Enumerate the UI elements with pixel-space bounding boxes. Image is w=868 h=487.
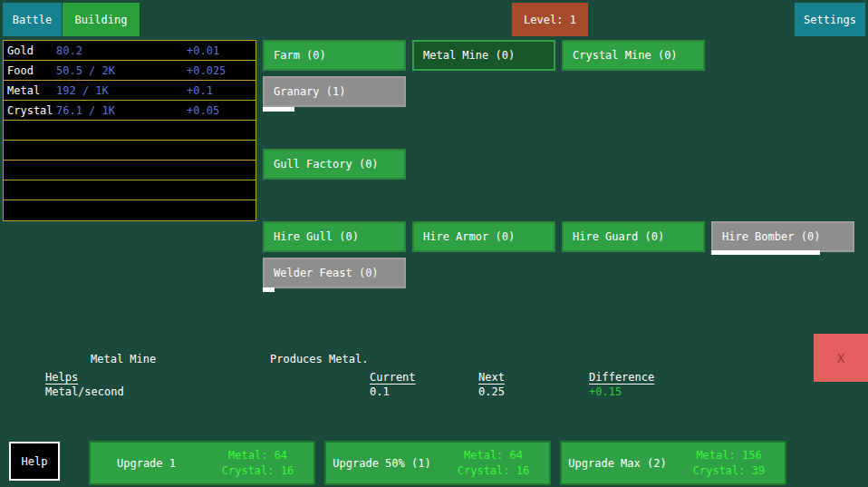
tab-battle[interactable]: Battle bbox=[3, 3, 62, 36]
cost-crystal: Crystal: 16 bbox=[222, 463, 294, 479]
info-row-current: 0.1 bbox=[370, 385, 390, 398]
hire-button-label: Welder Feast (0) bbox=[274, 267, 379, 279]
hire-bomber-button[interactable]: Hire Bomber (0) bbox=[711, 221, 854, 252]
upgrade-button-costs: Metal: 156 Crystal: 39 bbox=[673, 448, 785, 479]
welder-feast-progress-bar bbox=[263, 287, 406, 292]
resource-delta: +0.025 bbox=[187, 64, 256, 77]
hire-bomber-progress-bar bbox=[711, 250, 854, 255]
resource-row-empty bbox=[4, 200, 256, 220]
settings-button[interactable]: Settings bbox=[795, 3, 865, 36]
resource-name: Food bbox=[4, 64, 56, 77]
info-row-next: 0.25 bbox=[478, 385, 505, 398]
resource-value: 80.2 bbox=[56, 44, 187, 57]
cost-metal: Metal: 64 bbox=[228, 448, 287, 463]
welder-feast-button[interactable]: Welder Feast (0) bbox=[263, 258, 406, 288]
granary-progress-bar bbox=[263, 107, 406, 112]
resource-delta: +0.05 bbox=[187, 104, 256, 117]
upgrade-button-label: Upgrade 50% (1) bbox=[326, 457, 438, 470]
resource-value: 76.1 / 1K bbox=[56, 104, 187, 117]
resource-row-food: Food 50.5 / 2K +0.025 bbox=[4, 61, 256, 81]
resource-name: Crystal bbox=[4, 104, 56, 117]
info-column-current: Current bbox=[370, 371, 416, 384]
building-button-label: Gull Factory (0) bbox=[274, 158, 379, 170]
building-button-label: Crystal Mine (0) bbox=[573, 49, 678, 62]
level-indicator: Level: 1 bbox=[512, 3, 588, 36]
resource-row-metal: Metal 192 / 1K +0.1 bbox=[4, 81, 256, 101]
resource-table: Gold 80.2 +0.01 Food 50.5 / 2K +0.025 Me… bbox=[3, 40, 256, 221]
resource-row-crystal: Crystal 76.1 / 1K +0.05 bbox=[4, 101, 256, 121]
building-button-label: Farm (0) bbox=[274, 49, 326, 62]
resource-row-empty bbox=[4, 161, 256, 180]
tab-building[interactable]: Building bbox=[63, 3, 140, 36]
upgrade-50-percent-button[interactable]: Upgrade 50% (1) Metal: 64 Crystal: 16 bbox=[324, 441, 551, 485]
resource-row-empty bbox=[4, 180, 256, 200]
building-button-label: Granary (1) bbox=[274, 85, 345, 98]
resource-row-gold: Gold 80.2 +0.01 bbox=[4, 41, 256, 61]
info-column-difference: Difference bbox=[589, 371, 654, 384]
building-button-metal-mine[interactable]: Metal Mine (0) bbox=[412, 40, 555, 71]
upgrade-max-button[interactable]: Upgrade Max (2) Metal: 156 Crystal: 39 bbox=[560, 441, 786, 485]
info-column-next: Next bbox=[478, 371, 505, 384]
hire-button-label: Hire Guard (0) bbox=[573, 230, 664, 243]
progress-fill bbox=[263, 107, 294, 112]
hire-armor-button[interactable]: Hire Armor (0) bbox=[412, 221, 555, 252]
resource-row-empty bbox=[4, 121, 256, 141]
help-button[interactable]: Help bbox=[9, 442, 60, 481]
cost-crystal: Crystal: 39 bbox=[693, 463, 765, 479]
progress-fill bbox=[263, 287, 275, 292]
hire-button-label: Hire Bomber (0) bbox=[722, 230, 820, 243]
close-info-panel-button[interactable]: X bbox=[814, 334, 868, 382]
info-panel-description: Produces Metal. bbox=[270, 353, 368, 365]
building-button-label: Metal Mine (0) bbox=[423, 49, 515, 62]
upgrade-button-label: Upgrade 1 bbox=[91, 457, 202, 470]
resource-value: 50.5 / 2K bbox=[56, 64, 187, 77]
info-row-helps: Metal/second bbox=[45, 385, 124, 398]
building-button-farm[interactable]: Farm (0) bbox=[263, 40, 406, 71]
upgrade-button-label: Upgrade Max (2) bbox=[562, 457, 673, 470]
hire-gull-button[interactable]: Hire Gull (0) bbox=[263, 221, 406, 252]
resource-name: Gold bbox=[4, 44, 56, 57]
resource-row-empty bbox=[4, 141, 256, 161]
upgrade-button-costs: Metal: 64 Crystal: 16 bbox=[438, 448, 549, 479]
building-button-crystal-mine[interactable]: Crystal Mine (0) bbox=[562, 40, 705, 71]
info-panel-title: Metal Mine bbox=[91, 353, 156, 365]
upgrade-button-costs: Metal: 64 Crystal: 16 bbox=[202, 448, 313, 479]
hire-button-label: Hire Armor (0) bbox=[423, 230, 515, 243]
cost-metal: Metal: 64 bbox=[464, 448, 523, 463]
cost-crystal: Crystal: 16 bbox=[458, 463, 529, 479]
hire-guard-button[interactable]: Hire Guard (0) bbox=[562, 221, 705, 252]
resource-delta: +0.01 bbox=[187, 44, 256, 57]
building-button-granary[interactable]: Granary (1) bbox=[263, 76, 406, 107]
building-button-gull-factory[interactable]: Gull Factory (0) bbox=[263, 149, 406, 180]
upgrade-1-button[interactable]: Upgrade 1 Metal: 64 Crystal: 16 bbox=[89, 441, 315, 485]
resource-value: 192 / 1K bbox=[56, 84, 187, 97]
resource-delta: +0.1 bbox=[187, 84, 256, 97]
progress-fill bbox=[711, 250, 820, 255]
cost-metal: Metal: 156 bbox=[696, 448, 761, 463]
game-screen: Battle Building Level: 1 Settings Gold 8… bbox=[0, 0, 868, 487]
info-column-helps: Helps bbox=[45, 371, 78, 384]
resource-name: Metal bbox=[4, 84, 56, 97]
hire-button-label: Hire Gull (0) bbox=[274, 230, 359, 243]
info-row-difference: +0.15 bbox=[589, 385, 622, 398]
